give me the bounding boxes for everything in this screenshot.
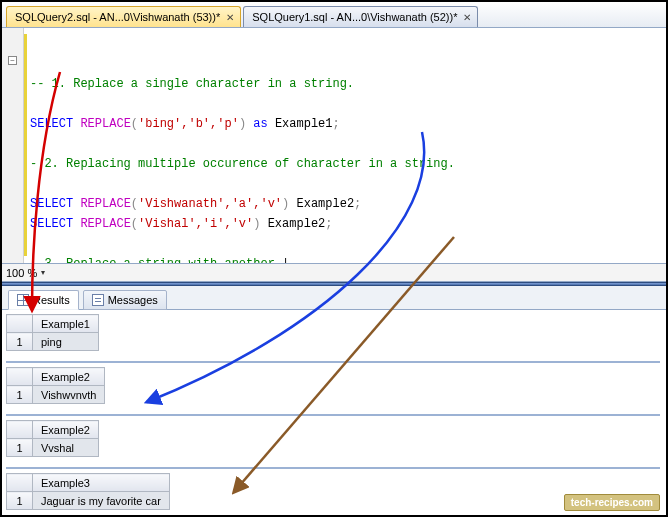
grid-icon	[17, 294, 29, 306]
document-tabstrip: SQLQuery2.sql - AN...0\Vishwanath (53))*…	[2, 2, 666, 28]
grid-table[interactable]: Example1 1 ping	[6, 314, 99, 351]
grid-corner	[7, 315, 33, 333]
close-icon[interactable]: ✕	[463, 12, 471, 23]
column-header[interactable]: Example2	[33, 368, 105, 386]
sql-editor: − -- 1. Replace a single character in a …	[2, 28, 666, 264]
zoom-value: 100 %	[6, 267, 37, 279]
table-row: Example3	[7, 474, 170, 492]
grid-table[interactable]: Example2 1 Vvshal	[6, 420, 99, 457]
comment-line: - 2. Replacing multiple occurence of cha…	[30, 157, 455, 171]
tab-sqlquery2[interactable]: SQLQuery2.sql - AN...0\Vishwanath (53))*…	[6, 6, 241, 27]
grid-table[interactable]: Example2 1 Vishwvnvth	[6, 367, 105, 404]
tab-messages[interactable]: Messages	[83, 290, 167, 310]
tab-label: SQLQuery2.sql - AN...0\Vishwanath (53))*	[15, 11, 220, 23]
tab-label: Results	[33, 294, 70, 306]
watermark-badge: tech-recipes.com	[564, 494, 660, 511]
row-header: 1	[7, 333, 33, 351]
row-header: 1	[7, 386, 33, 404]
result-grid: Example2 1 Vishwvnvth	[6, 367, 662, 404]
zoom-picker[interactable]: 100 % ▾	[2, 264, 666, 282]
tab-label: Messages	[108, 294, 158, 306]
results-tabstrip: Results Messages	[2, 286, 666, 310]
close-icon[interactable]: ✕	[226, 12, 234, 23]
table-row: Example2	[7, 421, 99, 439]
tab-sqlquery1[interactable]: SQLQuery1.sql - AN...0\Vishwanath (52))*…	[243, 6, 478, 27]
string-args: 'bing','b','p'	[138, 117, 239, 131]
table-row: Example2	[7, 368, 105, 386]
row-header: 1	[7, 492, 33, 510]
cell-value[interactable]: Jaguar is my favorite car	[33, 492, 170, 510]
grid-separator	[6, 361, 660, 363]
row-header: 1	[7, 439, 33, 457]
grid-separator	[6, 414, 660, 416]
column-header[interactable]: Example1	[33, 315, 99, 333]
result-grid: Example2 1 Vvshal	[6, 420, 662, 457]
string-args: 'Vishal','i','v'	[138, 217, 253, 231]
keyword: SELECT	[30, 117, 73, 131]
chevron-down-icon[interactable]: ▾	[41, 268, 45, 277]
grid-corner	[7, 421, 33, 439]
grid-separator	[6, 467, 660, 469]
tab-label: SQLQuery1.sql - AN...0\Vishwanath (52))*	[252, 11, 457, 23]
cell-value[interactable]: Vishwvnvth	[33, 386, 105, 404]
comment-line: -- 1. Replace a single character in a st…	[30, 77, 354, 91]
results-pane: Example1 1 ping Example2 1 Vishwvnvth	[2, 310, 666, 517]
tab-results[interactable]: Results	[8, 290, 79, 310]
result-grid: Example1 1 ping	[6, 314, 662, 351]
column-header[interactable]: Example2	[33, 421, 99, 439]
change-marker	[24, 34, 27, 256]
function: REPLACE	[80, 117, 130, 131]
messages-icon	[92, 294, 104, 306]
table-row: Example1	[7, 315, 99, 333]
table-row[interactable]: 1 Vishwvnvth	[7, 386, 105, 404]
code-editor[interactable]: -- 1. Replace a single character in a st…	[24, 28, 666, 263]
grid-table[interactable]: Example3 1 Jaguar is my favorite car	[6, 473, 170, 510]
table-row[interactable]: 1 Jaguar is my favorite car	[7, 492, 170, 510]
string-args: 'Vishwanath','a','v'	[138, 197, 282, 211]
outline-gutter: −	[2, 28, 24, 263]
grid-corner	[7, 368, 33, 386]
cell-value[interactable]: Vvshal	[33, 439, 99, 457]
table-row[interactable]: 1 Vvshal	[7, 439, 99, 457]
grid-corner	[7, 474, 33, 492]
column-header[interactable]: Example3	[33, 474, 170, 492]
cell-value[interactable]: ping	[33, 333, 99, 351]
table-row[interactable]: 1 ping	[7, 333, 99, 351]
comment-line: --3. Replace a string with another.	[30, 257, 282, 263]
outline-toggle-icon[interactable]: −	[8, 56, 17, 65]
